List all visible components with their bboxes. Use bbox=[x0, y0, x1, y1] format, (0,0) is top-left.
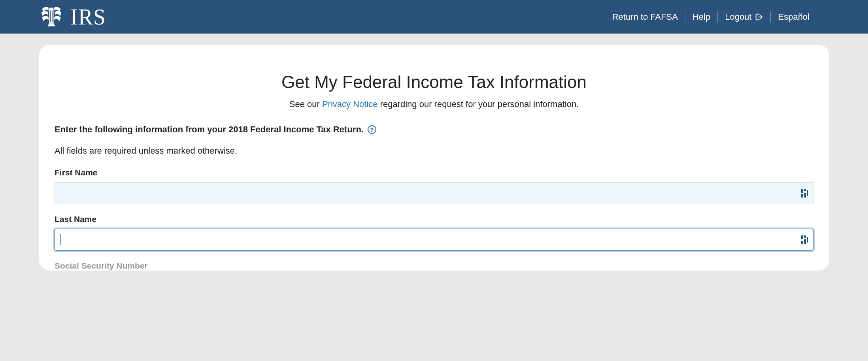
irs-logo: IRS bbox=[40, 4, 106, 30]
logout-label: Logout bbox=[725, 11, 751, 23]
last-name-input[interactable] bbox=[55, 229, 813, 251]
nav-separator bbox=[770, 11, 771, 23]
ssn-label: Social Security Number bbox=[55, 261, 813, 271]
svg-rect-3 bbox=[50, 10, 51, 22]
text-cursor bbox=[60, 234, 60, 245]
subtitle-after: regarding our request for your personal … bbox=[378, 99, 579, 109]
logout-link[interactable]: Logout bbox=[718, 11, 770, 23]
irs-brand-text: IRS bbox=[70, 4, 106, 30]
site-header: IRS Return to FAFSA Help Logout Español bbox=[0, 0, 868, 34]
subtitle: See our Privacy Notice regarding our req… bbox=[55, 99, 813, 109]
main-card: Get My Federal Income Tax Information Se… bbox=[39, 45, 829, 271]
nav-separator bbox=[717, 11, 718, 23]
first-name-label: First Name bbox=[55, 168, 813, 177]
last-name-label: Last Name bbox=[55, 214, 813, 224]
espanol-link[interactable]: Español bbox=[771, 11, 817, 23]
privacy-notice-link[interactable]: Privacy Notice bbox=[322, 99, 378, 109]
top-nav: Return to FAFSA Help Logout Español bbox=[605, 11, 817, 23]
required-note: All fields are required unless marked ot… bbox=[55, 146, 813, 156]
last-name-field: Last Name bbox=[55, 214, 813, 251]
irs-emblem-icon bbox=[40, 6, 63, 28]
page-title: Get My Federal Income Tax Information bbox=[55, 72, 813, 92]
ssn-field: Social Security Number bbox=[55, 261, 813, 271]
instruction-row: Enter the following information from you… bbox=[55, 124, 813, 135]
svg-rect-0 bbox=[49, 8, 54, 23]
help-icon[interactable]: ? bbox=[368, 125, 376, 134]
instruction-text: Enter the following information from you… bbox=[55, 124, 364, 135]
subtitle-before: See our bbox=[289, 99, 322, 109]
svg-rect-4 bbox=[52, 10, 53, 22]
first-name-field: First Name bbox=[55, 168, 813, 204]
return-to-fafsa-link[interactable]: Return to FAFSA bbox=[605, 11, 685, 23]
nav-separator bbox=[685, 11, 685, 23]
help-link[interactable]: Help bbox=[685, 11, 717, 23]
logout-icon bbox=[755, 13, 763, 21]
first-name-input[interactable] bbox=[55, 182, 813, 204]
svg-rect-1 bbox=[49, 23, 55, 25]
svg-rect-5 bbox=[50, 8, 53, 9]
svg-rect-2 bbox=[48, 24, 55, 26]
